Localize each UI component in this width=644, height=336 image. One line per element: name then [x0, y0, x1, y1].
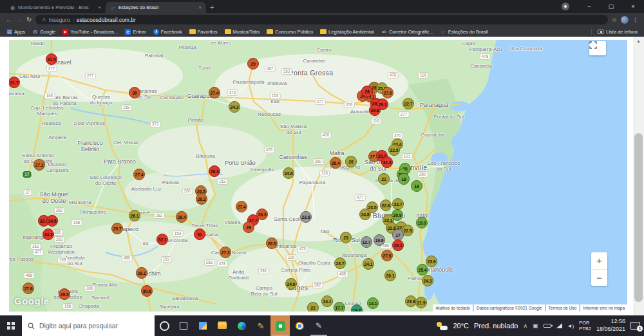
network-signal-icon[interactable]: [556, 323, 562, 328]
station-marker[interactable]: 12.7: [361, 236, 372, 248]
station-marker[interactable]: 27.4: [209, 87, 220, 98]
touch-keyboard-icon[interactable]: ▣: [533, 322, 538, 329]
tab-close-icon[interactable]: ×: [198, 5, 202, 10]
green-app-icon[interactable]: [270, 315, 290, 336]
battery-icon[interactable]: [544, 324, 551, 328]
station-marker[interactable]: 34.3: [43, 229, 54, 240]
station-marker[interactable]: 31.5: [46, 53, 57, 65]
station-marker[interactable]: 29.1: [136, 267, 147, 279]
clock[interactable]: 12:56 18/06/2021: [596, 318, 625, 333]
bookmark-item[interactable]: ▶YouTube - Broadcas...: [62, 29, 118, 35]
station-marker[interactable]: 23: [340, 232, 352, 243]
station-marker[interactable]: 24.8: [359, 209, 371, 220]
back-button[interactable]: ←: [6, 17, 12, 23]
station-marker[interactable]: 28: [361, 86, 373, 97]
bookmark-item[interactable]: Favoritos: [189, 29, 218, 35]
station-marker[interactable]: 27.6: [23, 283, 34, 294]
cast-icon[interactable]: [562, 3, 569, 10]
hidden-icons-chevron[interactable]: ∧: [523, 322, 527, 329]
station-marker[interactable]: 31: [194, 229, 205, 240]
bookmark-item[interactable]: fFacebook: [153, 29, 182, 35]
weather-description[interactable]: Pred. nublado: [474, 322, 518, 330]
station-marker[interactable]: 28.3: [209, 165, 220, 177]
notes-app-icon[interactable]: [309, 315, 328, 336]
station-marker[interactable]: 30.6: [141, 285, 153, 297]
pen-app-icon[interactable]: [251, 315, 270, 336]
bookmark-item[interactable]: ☞Estações do Brasil: [440, 29, 488, 35]
station-marker[interactable]: 31.7: [9, 77, 20, 88]
minimize-button[interactable]: –: [578, 0, 600, 13]
maximize-button[interactable]: ▢: [600, 0, 622, 13]
start-button[interactable]: [0, 315, 22, 336]
station-marker[interactable]: 23.7: [334, 257, 346, 269]
forward-button[interactable]: →: [16, 17, 23, 23]
weather-temperature[interactable]: 20°C: [453, 322, 469, 330]
station-marker[interactable]: 19.0: [416, 217, 428, 229]
station-marker[interactable]: 26: [345, 156, 357, 167]
station-marker[interactable]: 18: [398, 173, 410, 185]
file-explorer-icon[interactable]: [213, 315, 232, 336]
bookmark-item[interactable]: Musica/Tabs: [225, 29, 260, 35]
menu-kebab-icon[interactable]: ⋮: [632, 17, 638, 23]
station-marker[interactable]: 25.4: [417, 264, 428, 275]
insecure-warning-icon[interactable]: ⚠: [41, 17, 46, 23]
station-marker[interactable]: 19: [411, 180, 422, 192]
scrollbar-up-arrow-icon[interactable]: ▲: [633, 37, 644, 43]
bookmark-item[interactable]: Concurso Público: [267, 29, 313, 35]
station-marker[interactable]: 23.6: [426, 256, 437, 267]
bookmark-item[interactable]: abCorretor Ortográfic...: [381, 29, 433, 35]
zoom-in-button[interactable]: +: [591, 252, 607, 270]
fullscreen-button[interactable]: [589, 41, 606, 55]
station-marker[interactable]: 27.2: [33, 159, 45, 171]
station-marker[interactable]: 19.7: [351, 304, 363, 312]
station-marker[interactable]: 21: [378, 173, 390, 185]
station-marker[interactable]: 29: [243, 221, 254, 233]
station-marker[interactable]: 29: [247, 58, 259, 70]
reading-list-button[interactable]: Lista de leitura: [591, 29, 638, 35]
weather-stations-map[interactable]: ToledoPitangade AbreuPalmitalTurvoCascav…: [9, 40, 627, 312]
station-marker[interactable]: 27.6: [382, 87, 393, 98]
bookmark-star-icon[interactable]: ☆: [612, 17, 617, 23]
station-marker[interactable]: 23.8: [300, 211, 312, 223]
station-marker[interactable]: 24.3: [229, 101, 240, 113]
station-marker[interactable]: 32.1: [156, 234, 168, 245]
station-marker[interactable]: 29.8: [369, 104, 381, 116]
weather-icon[interactable]: [437, 322, 448, 330]
station-marker[interactable]: 22.5: [388, 144, 400, 156]
page-scrollbar[interactable]: ▲: [633, 37, 644, 315]
taskbar-search-input[interactable]: Digite aqui para pesquisar: [22, 315, 155, 336]
volume-icon[interactable]: ◄): [567, 323, 574, 329]
station-marker[interactable]: 27.4: [133, 169, 145, 180]
tab-close-icon[interactable]: ×: [98, 5, 101, 10]
station-marker[interactable]: 23.7: [392, 198, 404, 210]
station-marker[interactable]: 17.7: [334, 302, 345, 312]
station-marker[interactable]: 20.1: [384, 270, 396, 281]
station-marker[interactable]: 34.5: [46, 215, 58, 227]
cortana-icon[interactable]: [155, 315, 174, 336]
station-marker[interactable]: 24.1: [363, 258, 374, 270]
chrome-icon[interactable]: [290, 315, 309, 336]
zoom-out-button[interactable]: −: [591, 270, 607, 286]
attribution-link[interactable]: Dados cartográficos ©2021 Google: [474, 304, 545, 312]
station-marker[interactable]: 27.6: [381, 250, 393, 261]
task-view-icon[interactable]: [174, 315, 193, 336]
new-tab-button[interactable]: +: [210, 3, 214, 11]
tab-inactive[interactable]: ⊕Monitoramento e Previsão - Bras×: [5, 2, 106, 13]
station-marker[interactable]: 14.1: [367, 297, 379, 309]
language-indicator[interactable]: POR PTB2: [579, 320, 591, 332]
station-marker[interactable]: 28.1: [392, 239, 404, 251]
address-bar[interactable]: ⚠ Inseguro | estacoesdobrasil.com.br: [35, 15, 608, 24]
station-marker[interactable]: 28.4: [176, 211, 187, 223]
attribution-link[interactable]: Atalhos do teclado: [433, 304, 472, 312]
photos-icon[interactable]: [193, 315, 213, 336]
station-marker[interactable]: 30: [129, 87, 140, 98]
station-marker[interactable]: 27.3: [220, 247, 231, 258]
station-marker[interactable]: 26.4: [330, 157, 341, 169]
attribution-link[interactable]: Termos de Uso: [546, 304, 580, 312]
attribution-link[interactable]: Informar erro no mapa: [580, 304, 627, 312]
bookmark-item[interactable]: GGoogle: [32, 29, 55, 35]
station-marker[interactable]: 29.7: [111, 223, 123, 234]
station-marker[interactable]: 26.2: [196, 193, 207, 205]
scrollbar-thumb[interactable]: [634, 133, 643, 302]
station-marker[interactable]: 24.6: [285, 278, 297, 290]
